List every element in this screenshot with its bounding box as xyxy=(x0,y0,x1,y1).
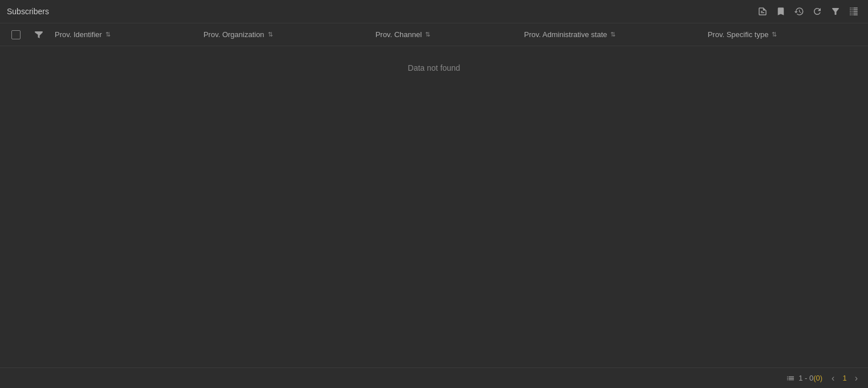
select-all-checkbox[interactable] xyxy=(11,30,21,39)
prev-page-button[interactable]: ‹ xyxy=(828,372,838,385)
pagination-list-icon xyxy=(786,374,795,383)
sort-icon-channel: ⇅ xyxy=(425,31,430,38)
history-button[interactable] xyxy=(792,4,806,19)
col-header-admin-state-label: Prov. Administrative state xyxy=(524,30,608,39)
pagination-range: 1 - 0(0) xyxy=(798,374,822,382)
footer-bar: 1 - 0(0) ‹ 1 › xyxy=(0,367,868,388)
export-button[interactable] xyxy=(755,4,770,19)
sort-icon-identifier: ⇅ xyxy=(105,31,111,38)
col-header-organization[interactable]: Prov. Organization ⇅ xyxy=(199,30,371,39)
page-title: Subscribers xyxy=(7,7,49,16)
column-header-row: Prov. Identifier ⇅ Prov. Organization ⇅ … xyxy=(0,23,868,46)
sort-icon-admin-state: ⇅ xyxy=(610,31,616,38)
main-content: Data not found xyxy=(0,46,868,367)
col-header-organization-label: Prov. Organization xyxy=(203,30,264,39)
columns-icon xyxy=(849,6,859,17)
col-header-admin-state[interactable]: Prov. Administrative state ⇅ xyxy=(520,30,703,39)
pagination-count: (0) xyxy=(813,374,822,382)
filter-icon xyxy=(830,6,841,17)
column-filter-icon xyxy=(34,30,44,40)
next-page-button[interactable]: › xyxy=(851,372,861,385)
current-page: 1 xyxy=(842,374,846,382)
col-header-specific-type[interactable]: Prov. Specific type ⇅ xyxy=(703,30,863,39)
filter-button[interactable] xyxy=(828,4,843,19)
col-header-channel-label: Prov. Channel xyxy=(376,30,422,39)
pagination-controls: ‹ 1 › xyxy=(828,372,861,385)
select-all-checkbox-cell[interactable] xyxy=(5,30,27,39)
col-header-identifier[interactable]: Prov. Identifier ⇅ xyxy=(50,30,199,39)
col-header-specific-type-label: Prov. Specific type xyxy=(708,30,769,39)
header-bar: Subscribers xyxy=(0,0,868,23)
col-header-channel[interactable]: Prov. Channel ⇅ xyxy=(371,30,520,39)
share-icon xyxy=(776,6,786,17)
col-header-identifier-label: Prov. Identifier xyxy=(55,30,102,39)
pagination-info: 1 - 0(0) xyxy=(786,374,822,383)
pagination-range-text: 1 - 0 xyxy=(798,374,813,382)
sort-icon-organization: ⇅ xyxy=(268,31,273,38)
column-filter-icon-cell[interactable] xyxy=(27,30,50,40)
history-icon xyxy=(794,6,804,17)
refresh-button[interactable] xyxy=(810,4,825,19)
share-button[interactable] xyxy=(773,4,788,19)
refresh-icon xyxy=(812,6,822,17)
header-icons xyxy=(755,4,861,19)
columns-button[interactable] xyxy=(846,4,861,19)
empty-state-message: Data not found xyxy=(408,63,461,72)
export-icon xyxy=(757,6,768,17)
sort-icon-specific-type: ⇅ xyxy=(772,31,777,38)
